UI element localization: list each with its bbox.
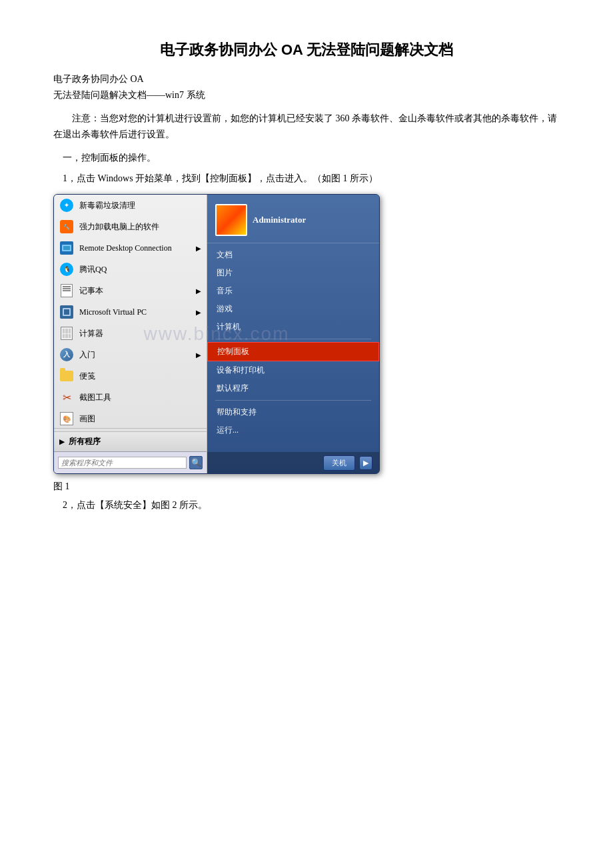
subtitle1: 电子政务协同办公 OA	[53, 73, 560, 85]
menu-item-antivirus-label: 新毒霸垃圾清理	[79, 200, 135, 211]
scissors-icon: ✂	[59, 390, 74, 405]
menu-item-antivirus[interactable]: ✦ 新毒霸垃圾清理	[54, 195, 207, 216]
menu-item-vpc-label: Microsoft Virtual PC	[79, 307, 147, 317]
right-separator2	[215, 400, 371, 401]
page-title: 电子政务协同办公 OA 无法登陆问题解决文档	[53, 40, 560, 60]
right-separator	[215, 339, 371, 339]
menu-right-panel: Administrator 文档 图片 音乐 游戏 计算机 控制面板	[207, 195, 379, 473]
user-header: Administrator	[207, 200, 379, 243]
right-item-control-label: 控制面板	[217, 346, 249, 357]
page-container: 电子政务协同办公 OA 无法登陆问题解决文档 电子政务协同办公 OA 无法登陆问…	[53, 40, 560, 511]
menu-item-rdp-label: Remote Desktop Connection	[79, 243, 172, 253]
menu-separator	[54, 428, 207, 429]
menu-item-stickynotes[interactable]: 便笺	[54, 365, 207, 387]
menu-item-calc-label: 计算器	[79, 328, 103, 339]
menu-item-uninstall-label: 强力卸载电脑上的软件	[79, 221, 159, 233]
step2-text: 2，点击【系统安全】如图 2 所示。	[53, 499, 560, 511]
right-item-pics-label: 图片	[217, 267, 233, 279]
menu-item-uninstall[interactable]: 🔧 强力卸载电脑上的软件	[54, 216, 207, 237]
right-item-help[interactable]: 帮助和支持	[207, 403, 379, 421]
right-item-games[interactable]: 游戏	[207, 300, 379, 318]
menu-item-snip[interactable]: ✂ 截图工具	[54, 387, 207, 408]
menu-item-intro-label: 入门	[79, 349, 95, 361]
right-item-docs-label: 文档	[217, 249, 233, 261]
right-item-devices[interactable]: 设备和打印机	[207, 361, 379, 379]
qq-icon: 🐧	[59, 262, 74, 277]
antivirus-icon: ✦	[59, 198, 74, 213]
user-avatar	[215, 204, 247, 236]
right-item-defaults-label: 默认程序	[217, 383, 249, 394]
all-programs-arrow: ▶	[59, 438, 65, 445]
win7-startmenu-screenshot: www.bincx.com ✦ 新毒霸垃圾清理 🔧 强力卸载电脑上的软件	[53, 194, 380, 474]
menu-item-vpc[interactable]: Microsoft Virtual PC ▶	[54, 301, 207, 323]
menu-item-snip-label: 截图工具	[79, 392, 111, 403]
search-button[interactable]: 🔍	[189, 456, 203, 469]
menu-item-notepad[interactable]: 记事本 ▶	[54, 280, 207, 301]
right-item-run[interactable]: 运行...	[207, 421, 379, 439]
menu-left-panel: ✦ 新毒霸垃圾清理 🔧 强力卸载电脑上的软件 Remote Des	[54, 195, 207, 473]
right-item-defaults[interactable]: 默认程序	[207, 379, 379, 397]
folder-icon	[59, 369, 74, 383]
right-item-computer[interactable]: 计算机	[207, 318, 379, 336]
notice-text: 注意：当您对您的计算机进行设置前，如您的计算机已经安装了 360 杀毒软件、金山…	[53, 111, 560, 143]
shutdown-bar: 关机 ▶	[207, 452, 379, 473]
vpc-icon	[59, 305, 74, 319]
menu-item-qq[interactable]: 🐧 腾讯QQ	[54, 259, 207, 280]
shutdown-button[interactable]: 关机	[323, 455, 355, 471]
menu-item-rdp[interactable]: Remote Desktop Connection ▶	[54, 237, 207, 259]
menu-item-qq-label: 腾讯QQ	[79, 264, 107, 275]
all-programs-item[interactable]: ▶ 所有程序	[54, 431, 207, 451]
right-item-help-label: 帮助和支持	[217, 407, 257, 418]
right-item-docs[interactable]: 文档	[207, 246, 379, 264]
rdp-arrow: ▶	[196, 245, 201, 252]
notepad-icon	[59, 283, 74, 298]
calc-icon	[59, 326, 74, 341]
menu-item-stickynotes-label: 便笺	[79, 371, 95, 382]
intro-icon: 入	[59, 347, 74, 362]
rdp-icon	[59, 241, 74, 255]
menu-items-list: ✦ 新毒霸垃圾清理 🔧 强力卸载电脑上的软件 Remote Des	[54, 195, 207, 425]
right-item-control[interactable]: 控制面板	[207, 342, 379, 361]
uninstall-icon: 🔧	[59, 219, 74, 234]
vpc-arrow: ▶	[196, 309, 201, 316]
right-item-run-label: 运行...	[217, 425, 239, 436]
intro-arrow: ▶	[196, 351, 201, 359]
menu-search-bar: 🔍	[54, 451, 207, 473]
menu-item-notepad-label: 记事本	[79, 285, 103, 297]
right-item-games-label: 游戏	[217, 303, 233, 315]
right-item-computer-label: 计算机	[217, 321, 241, 333]
shutdown-options-button[interactable]: ▶	[359, 456, 372, 470]
step1-text: 1，点击 Windows 开始菜单，找到【控制面板】，点击进入。（如图 1 所示…	[53, 171, 560, 187]
section1-title: 一，控制面板的操作。	[53, 152, 560, 164]
right-item-music[interactable]: 音乐	[207, 282, 379, 300]
username-label: Administrator	[253, 215, 306, 225]
all-programs-label: 所有程序	[69, 436, 101, 447]
menu-item-paint-label: 画图	[79, 413, 95, 425]
menu-item-intro[interactable]: 入 入门 ▶	[54, 344, 207, 365]
search-input[interactable]	[58, 457, 187, 469]
right-item-music-label: 音乐	[217, 285, 233, 297]
right-item-devices-label: 设备和打印机	[217, 365, 265, 376]
subtitle2: 无法登陆问题解决文档——win7 系统	[53, 89, 560, 101]
menu-item-paint[interactable]: 🎨 画图	[54, 408, 207, 425]
notepad-arrow: ▶	[196, 287, 201, 295]
menu-item-calc[interactable]: 计算器	[54, 323, 207, 344]
right-item-pics[interactable]: 图片	[207, 264, 379, 282]
paint-icon: 🎨	[59, 411, 74, 425]
figure1-label: 图 1	[53, 481, 560, 493]
